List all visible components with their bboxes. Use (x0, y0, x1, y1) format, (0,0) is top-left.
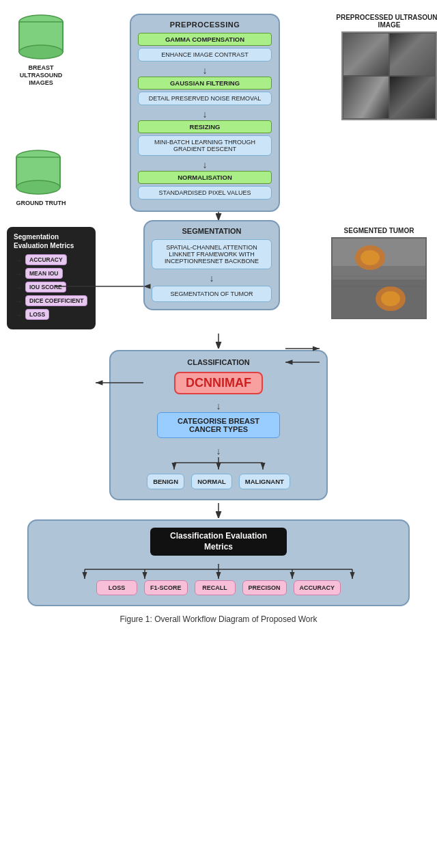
preprocessing-box: PREPROCESSING GAMMA COMPENSATION ENHANCE… (130, 14, 280, 212)
down-arrow-svg-2 (212, 334, 225, 349)
tumor-bg-svg (333, 239, 427, 319)
ultrasound-image (341, 31, 437, 120)
resizing-box: RESIZING (138, 120, 272, 133)
svg-point-9 (16, 180, 60, 194)
top-wrapper: BREAST ULTRASOUND IMAGES GROUND T (7, 7, 437, 212)
metric-arrow-1: → (14, 255, 23, 265)
arrow-3: ↓ (138, 160, 272, 169)
eval-precision-box: PRECISON (242, 580, 287, 595)
noise-removal-box: DETAIL PRESERVED NOISE REMOVAL (138, 92, 272, 105)
tumor-image (331, 237, 427, 319)
benign-box: BENIGN (147, 474, 184, 489)
svg-point-3 (19, 45, 63, 59)
gaussian-filtering-box: GAUSSIAN FILTERING (138, 77, 272, 90)
prep-step-resizing: RESIZING MINI-BATCH LEARNING THROUGH GRA… (138, 120, 272, 156)
breast-ultrasound-label: BREAST ULTRASOUND IMAGES (14, 64, 68, 86)
arrow-2: ↓ (138, 109, 272, 119)
down-arrow-svg-3 (212, 503, 225, 518)
eval-title-box: Classification Evaluation Metrics (150, 528, 287, 556)
eval-loss-box: LOSS (96, 580, 137, 595)
mid-section: Segmentation Evaluation Metrics → ACCURA… (7, 220, 430, 329)
segmented-tumor-title: SEGMENTED TUMOR (344, 227, 414, 234)
ground-truth-label: GROUND TRUTH (14, 200, 68, 207)
seg-framework-box: SPATIAL-CHANNEL ATTENTION LINKNET FRAMEW… (152, 239, 272, 269)
eval-f1-box: F1-SCORE (144, 580, 188, 595)
metric-label-accuracy: ACCURACY (25, 254, 67, 265)
top-row: BREAST ULTRASOUND IMAGES GROUND T (7, 7, 437, 212)
tumor-image-inner (333, 239, 425, 318)
diagram-container: BREAST ULTRASOUND IMAGES GROUND T (0, 0, 437, 638)
seg-metrics-title: Segmentation Evaluation Metrics (14, 232, 89, 250)
metric-label-loss: LOSS (25, 309, 49, 320)
malignant-box: MALIGNANT (239, 474, 290, 489)
seg-to-class-arrow (7, 334, 430, 349)
preprocessed-title: PREPROCESSED ULTRASOUND IMAGE (335, 14, 437, 29)
enhance-contrast-box: ENHANCE IMAGE CONTRAST (138, 48, 272, 62)
normal-box: NORMAL (191, 474, 232, 489)
classification-outer: CLASSIFICATION DCNNIMAF ↓ CATEGORISE BRE… (109, 350, 328, 500)
segmentation-outer: SEGMENTATION SPATIAL-CHANNEL ATTENTION L… (143, 220, 280, 310)
preprocessed-image-section: PREPROCESSED ULTRASOUND IMAGE (335, 7, 437, 120)
seg-output-box: SEGMENTATION OF TUMOR (152, 286, 272, 302)
branch-arrow-area (122, 457, 315, 471)
metric-accuracy: → ACCURACY (14, 254, 89, 265)
svg-point-30 (381, 291, 400, 306)
us-cell-3 (343, 76, 389, 119)
cancer-types-row: BENIGN NORMAL MALIGNANT (122, 474, 315, 489)
left-cylinders: BREAST ULTRASOUND IMAGES GROUND T (7, 7, 75, 207)
svg-point-28 (361, 250, 380, 265)
metric-loss: → LOSS (14, 309, 89, 320)
classification-title: CLASSIFICATION (122, 358, 315, 366)
arrow-1: ↓ (138, 66, 272, 75)
breast-ultrasound-cylinder (16, 14, 66, 62)
metric-arrow-4: → (14, 296, 23, 306)
prep-step-gamma: GAMMA COMPENSATION ENHANCE IMAGE CONTRAS… (138, 33, 272, 62)
segmentation-center: SEGMENTATION SPATIAL-CHANNEL ATTENTION L… (140, 220, 283, 310)
classification-section: CLASSIFICATION DCNNIMAF ↓ CATEGORISE BRE… (7, 350, 430, 500)
eval-metrics-row: LOSS F1-SCORE RECALL PRECISON ACCURACY (40, 580, 397, 595)
eval-accuracy-box: ACCURACY (294, 580, 341, 595)
ground-truth-cylinder (14, 149, 63, 197)
eval-branch-area (40, 564, 397, 580)
classification-eval-section: Classification Evaluation Metrics (7, 519, 430, 606)
metric-arrow-2: → (14, 269, 23, 279)
prep-step-norm: NORMALISATION STANDARDISED PIXEL VALUES (138, 171, 272, 200)
minibatch-box: MINI-BATCH LEARNING THROUGH GRADIENT DES… (138, 135, 272, 156)
us-cell-4 (389, 76, 436, 119)
us-cell-1 (343, 33, 389, 76)
seg-arrow-down: ↓ (152, 273, 272, 283)
segmentation-title: SEGMENTATION (152, 227, 272, 235)
class-to-eval-arrow (7, 503, 430, 518)
standardised-box: STANDARDISED PIXEL VALUES (138, 186, 272, 200)
class-arrow-down-2: ↓ (122, 446, 315, 456)
branch-arrows-svg (150, 457, 287, 471)
categorise-box: CATEGORISE BREAST CANCER TYPES (157, 412, 280, 438)
class-arrow-down-1: ↓ (122, 401, 315, 411)
us-cell-2 (389, 33, 436, 76)
eval-outer: Classification Evaluation Metrics (27, 519, 410, 606)
gamma-compensation-box: GAMMA COMPENSATION (138, 33, 272, 46)
segmented-tumor-section: SEGMENTED TUMOR (328, 227, 430, 319)
eval-branch-svg (55, 564, 382, 580)
dcnn-box: DCNNIMAF (174, 372, 263, 394)
preprocessing-title: PREPROCESSING (138, 21, 272, 29)
seg-metrics-arrows (55, 269, 150, 303)
normalisation-box: NORMALISATION (138, 171, 272, 184)
eval-recall-box: RECALL (195, 580, 236, 595)
figure-caption: Figure 1: Overall Workflow Diagram of Pr… (7, 614, 430, 624)
metric-arrow-5: → (14, 310, 23, 320)
metric-arrow-3: → (14, 282, 23, 293)
prep-step-gaussian: GAUSSIAN FILTERING DETAIL PRESERVED NOIS… (138, 77, 272, 105)
